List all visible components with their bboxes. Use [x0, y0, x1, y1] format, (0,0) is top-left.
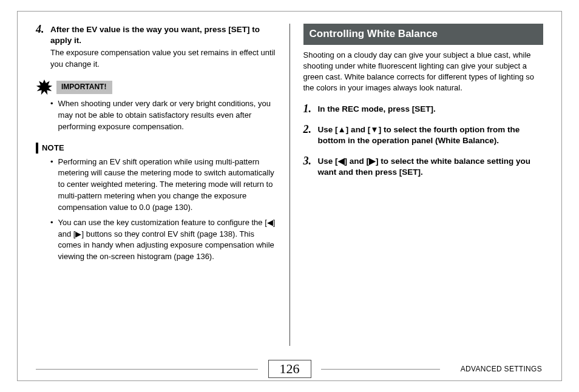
note-bar-icon [36, 143, 38, 154]
important-header: IMPORTANT! [36, 79, 276, 96]
step-number: 3. [303, 155, 318, 167]
footer-rule-right [321, 369, 440, 370]
note-bullets: • Performing an EV shift operation while… [50, 157, 276, 263]
bullet-item: • Performing an EV shift operation while… [50, 157, 276, 214]
page-frame: 4. After the EV value is the way you wan… [17, 11, 562, 381]
page-number: 126 [280, 361, 300, 376]
step-text: Use [▲] and [▼] to select the fourth opt… [318, 124, 544, 146]
step-text: After the EV value is the way you want, … [50, 24, 276, 46]
important-callout: IMPORTANT! • When shooting under very da… [36, 79, 276, 133]
bullet-text: Performing an EV shift operation while u… [58, 157, 276, 214]
section-heading: Controlling White Balance [303, 24, 544, 45]
bullet-text: When shooting under very dark or very br… [58, 98, 276, 133]
burst-icon [36, 79, 53, 96]
step-4: 4. After the EV value is the way you wan… [36, 24, 276, 46]
note-callout: NOTE • Performing an EV shift operation … [36, 143, 276, 263]
note-header: NOTE [36, 143, 276, 154]
bullet-dot: • [50, 98, 53, 133]
step-number: 4. [36, 24, 50, 36]
bullet-dot: • [50, 217, 53, 263]
footer-section-label: ADVANCED SETTINGS [461, 365, 542, 373]
bullet-dot: • [50, 157, 53, 214]
bullet-item: • When shooting under very dark or very … [50, 98, 276, 133]
step-number: 2. [303, 124, 318, 136]
intro-paragraph: Shooting on a cloudy day can give your s… [303, 50, 544, 94]
bullet-item: • You can use the key customization feat… [50, 217, 276, 263]
step-4-subtext: The exposure compensation value you set … [50, 47, 276, 70]
step-number: 1. [303, 103, 318, 115]
step-text: In the REC mode, press [SET]. [318, 103, 436, 115]
svg-marker-0 [36, 79, 52, 95]
bullet-text: You can use the key customization featur… [58, 217, 276, 263]
step-2: 2. Use [▲] and [▼] to select the fourth … [303, 124, 544, 146]
step-1: 1. In the REC mode, press [SET]. [303, 103, 544, 115]
page-number-box: 126 [268, 360, 311, 378]
left-column: 4. After the EV value is the way you wan… [36, 24, 290, 348]
right-column: Controlling White Balance Shooting on a … [290, 24, 544, 348]
step-text: Use [◀] and [▶] to select the white bala… [318, 155, 544, 178]
step-3: 3. Use [◀] and [▶] to select the white b… [303, 155, 544, 178]
important-bullets: • When shooting under very dark or very … [50, 98, 276, 133]
note-label: NOTE [42, 143, 64, 154]
important-label: IMPORTANT! [56, 81, 112, 93]
numbered-steps: 1. In the REC mode, press [SET]. 2. Use … [303, 103, 544, 178]
two-column-layout: 4. After the EV value is the way you wan… [18, 12, 561, 348]
page-footer: 126 ADVANCED SETTINGS [18, 357, 561, 380]
footer-rule-left [36, 369, 258, 370]
